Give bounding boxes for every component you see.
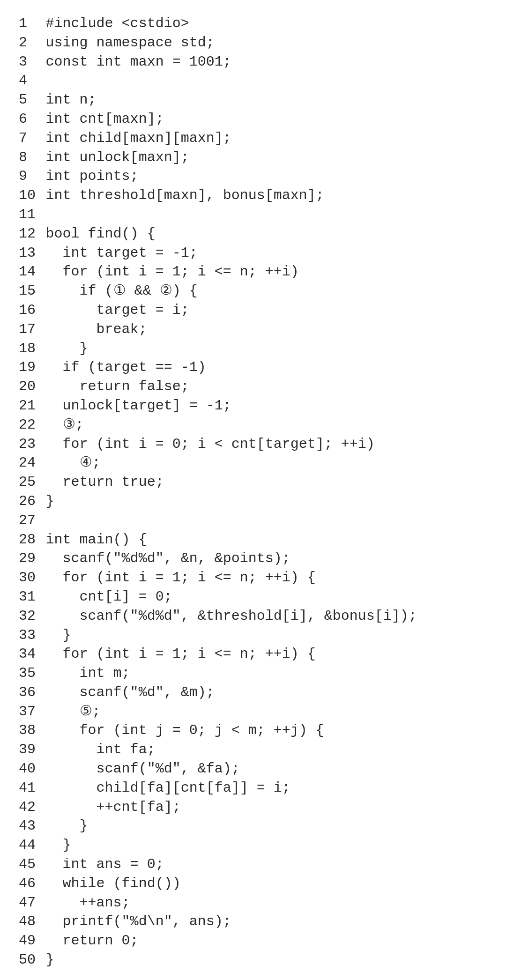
line-number: 11 [19, 205, 37, 224]
code-text: int m; [46, 664, 487, 683]
code-text: for (int j = 0; j < m; ++j) { [46, 721, 487, 740]
code-text: } [46, 626, 487, 645]
line-number: 50 [19, 950, 37, 970]
code-text: using namespace std; [46, 33, 487, 52]
code-line: 25 return true; [19, 473, 487, 492]
code-line: 17 break; [19, 320, 487, 339]
line-number: 43 [19, 817, 37, 836]
line-number: 1 [19, 14, 37, 33]
code-text: int target = -1; [46, 244, 487, 263]
line-number: 33 [19, 626, 37, 645]
code-line: 21 unlock[target] = -1; [19, 396, 487, 416]
code-page: 1#include <cstdio>2using namespace std;3… [0, 0, 506, 980]
line-number: 8 [19, 148, 37, 167]
code-line: 4 [19, 71, 487, 90]
line-number: 48 [19, 912, 37, 931]
line-number: 32 [19, 607, 37, 626]
code-line: 28int main() { [19, 530, 487, 549]
code-line: 16 target = i; [19, 301, 487, 320]
line-number: 14 [19, 262, 37, 282]
line-number: 6 [19, 110, 37, 129]
code-text: cnt[i] = 0; [46, 587, 487, 607]
line-number: 7 [19, 129, 37, 148]
code-text: ④; [46, 453, 487, 473]
line-number: 10 [19, 186, 37, 205]
code-text: return true; [46, 473, 487, 492]
line-number: 22 [19, 416, 37, 435]
line-number: 17 [19, 320, 37, 339]
line-number: 31 [19, 587, 37, 607]
code-fragment: ; [92, 704, 101, 720]
code-fragment [46, 704, 80, 720]
code-line: 37 ⑤; [19, 702, 487, 721]
code-text: #include <cstdio> [46, 14, 487, 33]
code-text: scanf("%d", &fa); [46, 759, 487, 779]
line-number: 18 [19, 339, 37, 358]
line-number: 37 [19, 702, 37, 721]
code-line: 11 [19, 205, 487, 224]
code-line: 6int cnt[maxn]; [19, 110, 487, 129]
code-line: 13 int target = -1; [19, 244, 487, 263]
code-line: 20 return false; [19, 377, 487, 396]
line-number: 38 [19, 721, 37, 740]
code-text: printf("%d\n", ans); [46, 912, 487, 931]
line-number: 45 [19, 855, 37, 874]
line-number: 35 [19, 664, 37, 683]
line-number: 44 [19, 836, 37, 855]
line-number: 21 [19, 396, 37, 416]
line-number: 26 [19, 492, 37, 511]
code-line: 42 ++cnt[fa]; [19, 798, 487, 817]
code-line: 38 for (int j = 0; j < m; ++j) { [19, 721, 487, 740]
line-number: 29 [19, 549, 37, 568]
code-text: while (find()) [46, 874, 487, 893]
code-line: 30 for (int i = 1; i <= n; ++i) { [19, 568, 487, 587]
code-line: 48 printf("%d\n", ans); [19, 912, 487, 931]
fill-blank-b5: ⑤ [80, 702, 92, 721]
line-number: 36 [19, 683, 37, 702]
code-line: 44 } [19, 836, 487, 855]
code-text: int child[maxn][maxn]; [46, 129, 487, 148]
line-number: 46 [19, 874, 37, 893]
code-line: 22 ③; [19, 416, 487, 435]
code-text: int threshold[maxn], bonus[maxn]; [46, 186, 487, 205]
code-line: 27 [19, 511, 487, 530]
code-fragment: ; [92, 455, 101, 471]
code-line: 47 ++ans; [19, 893, 487, 913]
code-line: 2using namespace std; [19, 33, 487, 52]
code-text: break; [46, 320, 487, 339]
code-text: return 0; [46, 931, 487, 950]
code-text: ++cnt[fa]; [46, 798, 487, 817]
code-text: bool find() { [46, 224, 487, 244]
code-text: scanf("%d%d", &n, &points); [46, 549, 487, 568]
code-text: } [46, 950, 487, 970]
code-line: 5int n; [19, 90, 487, 110]
code-line: 3const int maxn = 1001; [19, 52, 487, 72]
code-text: int unlock[maxn]; [46, 148, 487, 167]
code-line: 50} [19, 950, 487, 970]
code-text: for (int i = 1; i <= n; ++i) { [46, 568, 487, 587]
fill-blank-b3: ③ [63, 416, 75, 435]
line-number: 34 [19, 645, 37, 664]
code-text: scanf("%d", &m); [46, 683, 487, 702]
code-text: target = i; [46, 301, 487, 320]
code-text: for (int i = 0; i < cnt[target]; ++i) [46, 435, 487, 454]
line-number: 49 [19, 931, 37, 950]
code-text: return false; [46, 377, 487, 396]
code-text: } [46, 836, 487, 855]
code-line: 46 while (find()) [19, 874, 487, 893]
code-fragment: if ( [46, 283, 113, 299]
code-text: child[fa][cnt[fa]] = i; [46, 779, 487, 798]
code-text: scanf("%d%d", &threshold[i], &bonus[i]); [46, 607, 487, 626]
code-fragment: ; [75, 417, 84, 433]
code-text: int main() { [46, 530, 487, 549]
line-number: 19 [19, 358, 37, 377]
code-text: ⑤; [46, 702, 487, 721]
code-text: } [46, 817, 487, 836]
code-line: 31 cnt[i] = 0; [19, 587, 487, 607]
code-fragment: && [126, 283, 160, 299]
code-line: 45 int ans = 0; [19, 855, 487, 874]
line-number: 41 [19, 779, 37, 798]
code-block: 1#include <cstdio>2using namespace std;3… [19, 14, 487, 970]
code-fragment: ) { [172, 283, 198, 299]
code-text: int cnt[maxn]; [46, 110, 487, 129]
